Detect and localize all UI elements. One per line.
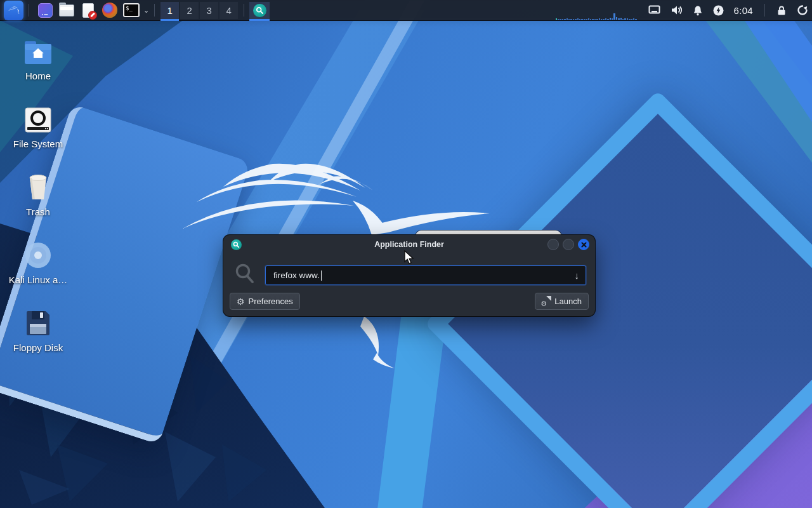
launch-button[interactable]: ⚙ Launch (535, 293, 589, 310)
launcher-text-editor[interactable] (79, 1, 97, 20)
lock-icon[interactable] (776, 5, 787, 16)
mouse-cursor (402, 250, 416, 265)
launcher-firefox[interactable] (101, 1, 119, 20)
workspace-4[interactable]: 4 (219, 2, 238, 19)
desktop-icon-floppy[interactable]: Floppy Disk (10, 304, 66, 371)
volume-icon[interactable] (671, 5, 683, 15)
cdrom-icon (25, 236, 51, 269)
search-input-value: firefox www. (273, 271, 320, 280)
window-controls (547, 239, 589, 250)
taskbar-appfinder-button[interactable] (249, 2, 270, 19)
desktop-icon-label: File System (13, 138, 63, 149)
desktop-icon-label: Trash (26, 206, 50, 217)
trash-icon (26, 168, 50, 201)
cpu-graph[interactable] (556, 1, 639, 20)
launch-icon: ⚙ (542, 297, 551, 306)
kali-logo-icon (7, 3, 21, 17)
network-icon[interactable] (648, 5, 660, 15)
workspace-2[interactable]: 2 (180, 2, 199, 19)
workspace-1[interactable]: 1 (160, 2, 179, 19)
panel-separator (154, 4, 155, 17)
desktop-icon-home[interactable]: Home (10, 32, 66, 99)
top-panel: $_ ⌄ 1 2 3 4 (0, 0, 812, 21)
text-caret (321, 271, 322, 281)
floppy-icon (25, 304, 51, 337)
launch-button-label: Launch (554, 297, 582, 306)
close-icon (581, 242, 587, 248)
kali-desktop: Home File System Trash (0, 0, 812, 508)
search-icon (235, 263, 255, 284)
panel-separator (764, 4, 765, 17)
search-input[interactable]: firefox www. ↓ (265, 265, 586, 285)
desktop-icon-label: Kali Linux a… (9, 274, 68, 285)
arrow-down-icon[interactable]: ↓ (575, 270, 580, 281)
workspace-3[interactable]: 3 (200, 2, 218, 19)
power-manager-icon[interactable] (713, 5, 724, 16)
desktop-icon-label: Floppy Disk (13, 342, 63, 353)
system-tray: 6:04 (648, 4, 808, 17)
file-manager-icon (59, 4, 74, 17)
application-finder-window: Application Finder firefox www. ↓ ⚙ Pref… (223, 235, 595, 316)
logout-icon[interactable] (797, 4, 808, 16)
appfinder-task-icon (253, 4, 266, 17)
clock[interactable]: 6:04 (734, 5, 753, 16)
preferences-button[interactable]: ⚙ Preferences (230, 293, 300, 310)
desktop-icon-label: Home (25, 70, 51, 81)
close-button[interactable] (578, 239, 589, 250)
terminal-icon: $_ (123, 3, 140, 17)
desktop-icon-file-system[interactable]: File System (10, 100, 66, 167)
panel-separator (29, 4, 29, 17)
gear-icon: ⚙ (237, 297, 245, 306)
launcher-file-manager[interactable] (58, 1, 75, 20)
desktop-icon-kali-cd[interactable]: Kali Linux a… (10, 236, 66, 303)
panel-separator (244, 4, 244, 17)
button-row: ⚙ Preferences ⚙ Launch (230, 293, 589, 310)
desktop-icon-column: Home File System Trash (10, 32, 66, 371)
launcher-terminal[interactable]: $_ (122, 1, 140, 20)
maximize-button[interactable] (563, 239, 574, 250)
chevron-down-icon[interactable]: ⌄ (143, 6, 149, 15)
firefox-icon (102, 3, 117, 18)
drive-icon (25, 100, 51, 133)
applications-menu-button[interactable] (4, 1, 23, 20)
minimize-button[interactable] (547, 239, 559, 250)
text-editor-icon (82, 3, 94, 18)
home-folder-icon (24, 32, 52, 65)
purple-terminal-icon (38, 3, 53, 18)
preferences-button-label: Preferences (249, 297, 293, 306)
launcher-terminal-purple[interactable] (36, 1, 54, 20)
desktop-icon-trash[interactable]: Trash (10, 168, 66, 235)
notification-bell-icon[interactable] (693, 5, 703, 16)
